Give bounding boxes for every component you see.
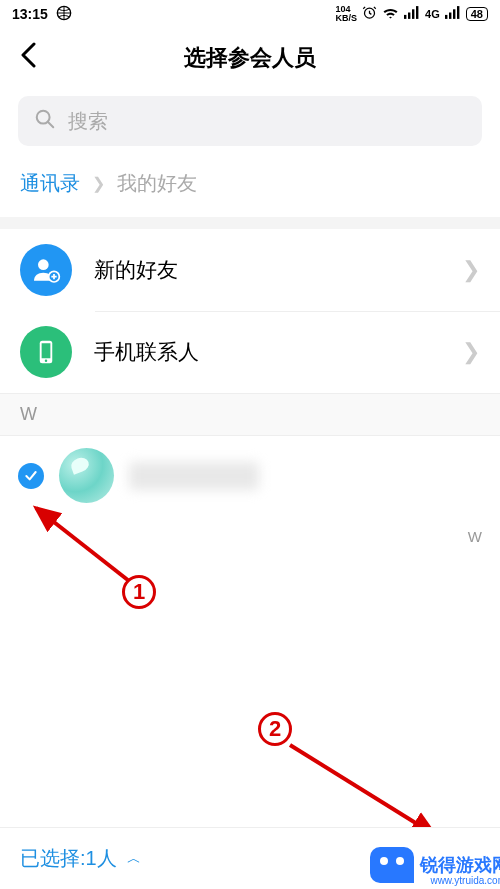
new-friends-label: 新的好友 [94,256,440,284]
contact-name-redacted [129,462,259,490]
phone-icon [20,326,72,378]
watermark: 锐得游戏网 www.ytruida.com [370,847,500,883]
selected-count[interactable]: 已选择:1人 ︿ [20,845,141,872]
footer-bar: 已选择:1人 ︿ 锐得游戏网 www.ytruida.com [0,827,500,889]
signal-icon [404,6,420,22]
section-header: W [0,393,500,436]
back-button[interactable] [20,42,36,75]
annotation-arrow-1 [28,500,158,600]
status-time: 13:15 [12,6,48,22]
svg-rect-5 [416,6,418,19]
search-icon [34,108,56,134]
phone-contacts-item[interactable]: 手机联系人 ❯ [0,311,500,393]
phone-contacts-label: 手机联系人 [94,338,440,366]
svg-line-17 [36,508,138,588]
add-friend-icon [20,244,72,296]
chevron-right-icon: ❯ [92,174,105,193]
svg-rect-9 [457,6,459,19]
status-bar: 13:15 104KB/S 4G 48 [0,0,500,28]
svg-rect-6 [445,15,447,19]
svg-rect-3 [408,13,410,19]
alarm-icon [362,5,377,23]
svg-rect-4 [412,9,414,19]
wifi-icon [382,6,399,23]
index-letter[interactable]: W [468,528,482,545]
page-title: 选择参会人员 [184,43,316,73]
chevron-up-icon: ︿ [127,850,141,868]
svg-rect-2 [404,15,406,19]
svg-line-18 [290,745,435,835]
svg-line-11 [48,122,54,128]
watermark-text: 锐得游戏网 [420,853,500,877]
svg-rect-15 [42,343,51,358]
search-input[interactable]: 搜索 [18,96,482,146]
contact-avatar [59,448,114,503]
net-speed: 104KB/S [336,5,358,23]
signal2-icon [445,6,461,22]
new-friends-item[interactable]: 新的好友 ❯ [0,229,500,311]
svg-point-16 [45,360,48,363]
divider [0,217,500,229]
chevron-right-icon: ❯ [462,339,480,365]
breadcrumb-root[interactable]: 通讯录 [20,170,80,197]
svg-rect-8 [453,9,455,19]
chevron-right-icon: ❯ [462,257,480,283]
browser-icon [56,5,72,24]
network-type: 4G [425,8,440,20]
svg-rect-7 [449,13,451,19]
breadcrumb-current: 我的好友 [117,170,197,197]
checkbox-checked[interactable] [18,463,44,489]
breadcrumb: 通讯录 ❯ 我的好友 [0,160,500,217]
search-placeholder: 搜索 [68,108,108,135]
watermark-logo-icon [370,847,414,883]
svg-point-12 [38,259,49,270]
battery-icon: 48 [466,7,488,21]
page-header: 选择参会人员 [0,28,500,88]
watermark-url: www.ytruida.com [430,875,500,886]
